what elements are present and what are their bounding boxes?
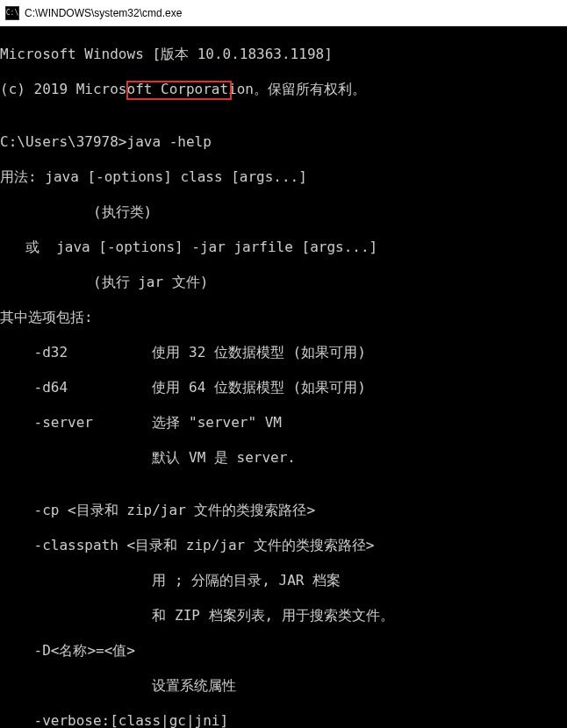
prompt-prefix: C:\Users\37978> bbox=[0, 133, 127, 150]
terminal[interactable]: Microsoft Windows [版本 10.0.18363.1198] (… bbox=[0, 26, 567, 728]
opt-dname-desc: 设置系统属性 bbox=[0, 677, 567, 695]
usage-line: 或 java [-options] -jar jarfile [args...] bbox=[0, 239, 567, 256]
opt-cp: -cp <目录和 zip/jar 文件的类搜索路径> bbox=[0, 502, 567, 519]
opt-dname: -D<名称>=<值> bbox=[0, 642, 567, 660]
opt-classpath-desc: 和 ZIP 档案列表, 用于搜索类文件。 bbox=[0, 607, 567, 625]
banner-version: Microsoft Windows [版本 10.0.18363.1198] bbox=[0, 46, 567, 63]
prompt-command: java -help bbox=[127, 133, 212, 150]
opt-classpath: -classpath <目录和 zip/jar 文件的类搜索路径> bbox=[0, 537, 567, 554]
opt-server: -server 选择 "server" VM bbox=[0, 414, 567, 432]
usage-line: (执行类) bbox=[0, 203, 567, 221]
prompt-line: C:\Users\37978>java -help bbox=[0, 133, 567, 151]
window-title: C:\WINDOWS\system32\cmd.exe bbox=[25, 7, 182, 19]
cmd-icon-glyph: C:\ bbox=[6, 10, 18, 17]
opt-server-desc: 默认 VM 是 server. bbox=[0, 449, 567, 467]
opt-verbose: -verbose:[class|gc|jni] bbox=[0, 712, 567, 728]
usage-line: 用法: java [-options] class [args...] bbox=[0, 168, 567, 186]
options-header: 其中选项包括: bbox=[0, 309, 567, 326]
banner-copyright: (c) 2019 Microsoft Corporation。保留所有权利。 bbox=[0, 81, 567, 98]
opt-d64: -d64 使用 64 位数据模型 (如果可用) bbox=[0, 379, 567, 396]
window: C:\ C:\WINDOWS\system32\cmd.exe Microsof… bbox=[0, 0, 567, 728]
opt-d32: -d32 使用 32 位数据模型 (如果可用) bbox=[0, 344, 567, 361]
usage-line: (执行 jar 文件) bbox=[0, 274, 567, 291]
cmd-icon: C:\ bbox=[5, 6, 19, 20]
opt-classpath-desc: 用 ; 分隔的目录, JAR 档案 bbox=[0, 572, 567, 589]
titlebar[interactable]: C:\ C:\WINDOWS\system32\cmd.exe bbox=[0, 0, 567, 26]
